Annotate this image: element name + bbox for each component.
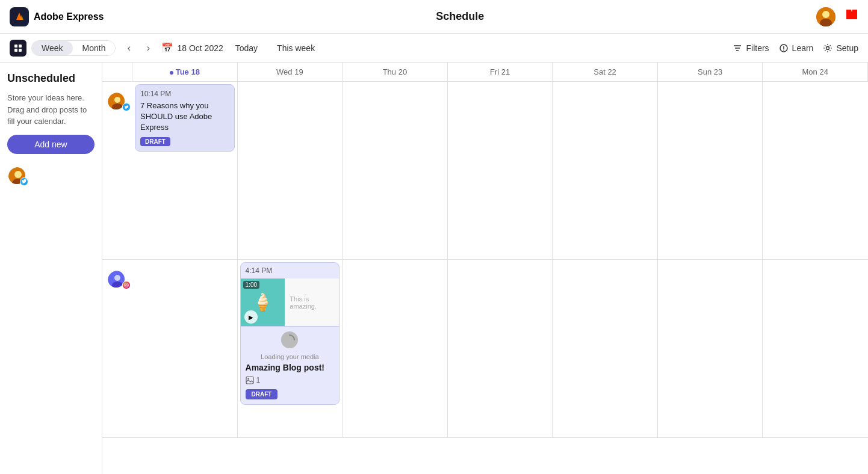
day-cell-fri21-row2[interactable]: [448, 260, 553, 437]
app-logo-icon: [10, 7, 29, 26]
day-header-sat22: Sat 22: [553, 63, 658, 81]
instagram-badge-row2: [122, 281, 131, 289]
calendar-area: Tue 18 Wed 19 Thu 20 Fri 21 Sat 22 Sun 2…: [102, 63, 868, 474]
prev-btn[interactable]: ‹: [120, 40, 137, 57]
calendar-row-1: 10:14 PM 7 Reasons why you SHOULD use Ad…: [102, 82, 868, 260]
calendar-icon: 📅: [161, 42, 173, 54]
event2-meta: 1: [246, 376, 335, 384]
day-header-tue18: Tue 18: [132, 63, 238, 81]
event2-body: Loading your media Amazing Blog post! 1: [241, 327, 339, 404]
day-cell-sat22-row2[interactable]: [553, 260, 658, 437]
event2-text-preview: This is amazing.: [285, 279, 339, 326]
svg-point-16: [112, 282, 123, 289]
day-cell-thu20-row2[interactable]: [343, 260, 448, 437]
event2-media-count: 1: [256, 376, 261, 384]
day-header-mon24: Mon 24: [763, 63, 868, 81]
event1-time: 10:14 PM: [140, 90, 229, 98]
nav-arrows: ‹ ›: [120, 40, 157, 57]
svg-point-19: [128, 284, 128, 285]
svg-point-18: [126, 285, 128, 286]
event1-title: 7 Reasons why you SHOULD use Adobe Expre…: [140, 100, 229, 134]
today-dot: [170, 71, 173, 75]
top-nav: Adobe Express Schedule: [0, 0, 868, 34]
event2-badge: DRAFT: [246, 389, 278, 399]
sidebar-description: Store your ideas here. Drag and drop pos…: [7, 92, 95, 128]
day-cell-fri21-row1[interactable]: [448, 82, 553, 259]
user-avatar[interactable]: [816, 7, 835, 26]
page-title: Schedule: [111, 10, 809, 23]
loading-text: Loading your media: [246, 353, 335, 360]
popsicle-emoji: 🍦: [252, 292, 273, 312]
day-cell-sun23-row1[interactable]: [658, 82, 763, 259]
event2-media-preview: 1:00 🍦 ▶ This is amazing.: [241, 279, 339, 327]
svg-point-15: [114, 275, 120, 281]
day-header-fri21: Fri 21: [448, 63, 553, 81]
add-new-button[interactable]: Add new: [7, 135, 95, 154]
avatar-twitter: [7, 166, 26, 185]
time-cell-1: [102, 82, 132, 259]
day-header-thu20: Thu 20: [343, 63, 448, 81]
event-card-2[interactable]: 4:14 PM 1:00 🍦 ▶ This is amazing.: [240, 262, 340, 405]
day-cell-mon24-row1[interactable]: [763, 82, 868, 259]
event-card-1[interactable]: 10:14 PM 7 Reasons why you SHOULD use Ad…: [135, 84, 235, 152]
date-display: 📅 18 Oct 2022: [161, 42, 223, 54]
today-btn[interactable]: Today: [228, 41, 265, 55]
event2-time: 4:14 PM: [241, 263, 339, 279]
day-header-wed19: Wed 19: [238, 63, 343, 81]
month-view-btn[interactable]: Month: [73, 41, 116, 55]
svg-point-1: [822, 11, 829, 18]
setup-btn[interactable]: Setup: [823, 43, 858, 53]
view-toggle: Week Month: [31, 40, 116, 56]
adobe-icon: [845, 8, 858, 25]
sidebar-title: Unscheduled: [7, 72, 95, 85]
sidebar: Unscheduled Store your ideas here. Drag …: [0, 63, 102, 474]
calendar-header: Tue 18 Wed 19 Thu 20 Fri 21 Sat 22 Sun 2…: [102, 63, 868, 82]
time-header: [102, 63, 132, 81]
day-header-sun23: Sun 23: [658, 63, 763, 81]
day-cell-wed19-row1[interactable]: [238, 82, 343, 259]
filters-icon: [733, 43, 742, 53]
play-button[interactable]: ▶: [244, 310, 258, 324]
svg-point-7: [826, 46, 829, 49]
event2-video: 1:00 🍦 ▶: [241, 279, 285, 326]
day-cell-tue18-row2[interactable]: [132, 260, 238, 437]
filters-btn[interactable]: Filters: [733, 43, 769, 53]
event2-video-time: 1:00: [243, 281, 259, 289]
week-view-btn[interactable]: Week: [32, 41, 73, 55]
twitter-badge: [20, 177, 28, 186]
twitter-badge-row1: [122, 103, 131, 111]
day-cell-thu20-row1[interactable]: [343, 82, 448, 259]
toolbar: Week Month ‹ › 📅 18 Oct 2022 Today This …: [0, 34, 868, 63]
day-cell-mon24-row2[interactable]: [763, 260, 868, 437]
day-cell-tue18-row1[interactable]: 10:14 PM 7 Reasons why you SHOULD use Ad…: [132, 82, 238, 259]
learn-btn[interactable]: Learn: [779, 43, 814, 53]
sidebar-avatars: [7, 166, 95, 185]
loading-spinner: [281, 331, 298, 348]
time-cell-2: [102, 260, 132, 437]
main-layout: Unscheduled Store your ideas here. Drag …: [0, 63, 868, 474]
calendar-body: 10:14 PM 7 Reasons why you SHOULD use Ad…: [102, 82, 868, 474]
nav-right: [816, 7, 858, 26]
app-logo[interactable]: Adobe Express: [10, 7, 104, 26]
toolbar-right: Filters Learn Setup: [733, 43, 858, 53]
calendar-row-2: 4:14 PM 1:00 🍦 ▶ This is amazing.: [102, 260, 868, 438]
this-week-btn[interactable]: This week: [270, 41, 322, 55]
next-btn[interactable]: ›: [140, 40, 157, 57]
svg-point-12: [114, 97, 120, 103]
svg-point-22: [247, 378, 249, 379]
image-icon: [246, 376, 254, 384]
learn-icon: [779, 43, 789, 53]
board-icon[interactable]: [10, 40, 26, 57]
svg-point-13: [112, 103, 123, 111]
svg-point-9: [14, 171, 22, 178]
current-date: 18 Oct 2022: [177, 43, 223, 53]
event2-title: Amazing Blog post!: [246, 363, 335, 372]
svg-rect-21: [246, 377, 253, 384]
setup-icon: [823, 43, 832, 53]
event1-badge: DRAFT: [140, 137, 170, 146]
day-cell-sat22-row1[interactable]: [553, 82, 658, 259]
day-cell-wed19-row2[interactable]: 4:14 PM 1:00 🍦 ▶ This is amazing.: [238, 260, 343, 437]
day-cell-sun23-row2[interactable]: [658, 260, 763, 437]
app-name: Adobe Express: [34, 11, 104, 22]
